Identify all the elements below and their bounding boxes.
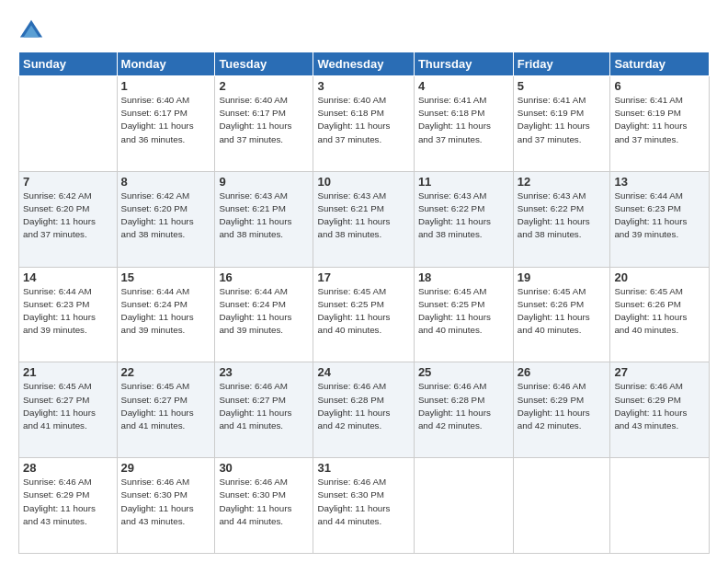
- day-info: Sunrise: 6:42 AM Sunset: 6:20 PM Dayligh…: [23, 190, 113, 242]
- calendar-cell: 4Sunrise: 6:41 AM Sunset: 6:18 PM Daylig…: [414, 76, 513, 172]
- day-info: Sunrise: 6:46 AM Sunset: 6:29 PM Dayligh…: [518, 380, 607, 432]
- calendar-cell: 23Sunrise: 6:46 AM Sunset: 6:27 PM Dayli…: [215, 362, 313, 458]
- day-number: 2: [219, 79, 309, 93]
- day-number: 28: [23, 461, 113, 475]
- day-info: Sunrise: 6:46 AM Sunset: 6:29 PM Dayligh…: [614, 380, 705, 432]
- day-number: 9: [219, 175, 309, 189]
- calendar-cell: 19Sunrise: 6:45 AM Sunset: 6:26 PM Dayli…: [513, 267, 610, 362]
- week-row-3: 14Sunrise: 6:44 AM Sunset: 6:23 PM Dayli…: [19, 267, 710, 362]
- weekday-header-wednesday: Wednesday: [313, 52, 414, 76]
- day-number: 21: [23, 365, 113, 379]
- calendar-cell: 5Sunrise: 6:41 AM Sunset: 6:19 PM Daylig…: [513, 76, 610, 172]
- weekday-header-monday: Monday: [117, 52, 215, 76]
- calendar-cell: [19, 76, 118, 172]
- day-number: 11: [418, 175, 509, 189]
- calendar-cell: [610, 458, 710, 554]
- calendar-cell: 26Sunrise: 6:46 AM Sunset: 6:29 PM Dayli…: [513, 362, 610, 458]
- day-info: Sunrise: 6:41 AM Sunset: 6:19 PM Dayligh…: [518, 94, 607, 146]
- day-number: 26: [518, 365, 607, 379]
- day-number: 25: [418, 365, 509, 379]
- calendar-cell: 9Sunrise: 6:43 AM Sunset: 6:21 PM Daylig…: [215, 171, 313, 267]
- calendar-cell: 29Sunrise: 6:46 AM Sunset: 6:30 PM Dayli…: [117, 458, 215, 554]
- calendar-cell: 7Sunrise: 6:42 AM Sunset: 6:20 PM Daylig…: [19, 171, 118, 267]
- week-row-5: 28Sunrise: 6:46 AM Sunset: 6:29 PM Dayli…: [19, 458, 710, 554]
- weekday-header-thursday: Thursday: [414, 52, 513, 76]
- calendar-cell: 3Sunrise: 6:40 AM Sunset: 6:18 PM Daylig…: [313, 76, 414, 172]
- day-info: Sunrise: 6:46 AM Sunset: 6:27 PM Dayligh…: [219, 380, 309, 432]
- weekday-header-row: SundayMondayTuesdayWednesdayThursdayFrid…: [19, 52, 710, 76]
- calendar-cell: 13Sunrise: 6:44 AM Sunset: 6:23 PM Dayli…: [610, 171, 710, 267]
- calendar-cell: 18Sunrise: 6:45 AM Sunset: 6:25 PM Dayli…: [414, 267, 513, 362]
- day-number: 14: [23, 270, 113, 284]
- weekday-header-friday: Friday: [513, 52, 610, 76]
- calendar-cell: 8Sunrise: 6:42 AM Sunset: 6:20 PM Daylig…: [117, 171, 215, 267]
- day-info: Sunrise: 6:44 AM Sunset: 6:24 PM Dayligh…: [121, 285, 211, 338]
- day-number: 24: [317, 365, 409, 379]
- calendar-cell: 20Sunrise: 6:45 AM Sunset: 6:26 PM Dayli…: [610, 267, 710, 362]
- day-info: Sunrise: 6:41 AM Sunset: 6:18 PM Dayligh…: [418, 94, 509, 146]
- day-info: Sunrise: 6:40 AM Sunset: 6:17 PM Dayligh…: [219, 94, 309, 146]
- day-info: Sunrise: 6:46 AM Sunset: 6:30 PM Dayligh…: [121, 476, 211, 528]
- calendar-cell: 1Sunrise: 6:40 AM Sunset: 6:17 PM Daylig…: [117, 76, 215, 172]
- day-number: 16: [219, 270, 309, 284]
- day-number: 7: [23, 175, 113, 189]
- day-number: 5: [518, 79, 607, 93]
- calendar-cell: 16Sunrise: 6:44 AM Sunset: 6:24 PM Dayli…: [215, 267, 313, 362]
- calendar-cell: 17Sunrise: 6:45 AM Sunset: 6:25 PM Dayli…: [313, 267, 414, 362]
- day-number: 19: [518, 270, 607, 284]
- calendar: SundayMondayTuesdayWednesdayThursdayFrid…: [18, 52, 710, 554]
- day-number: 18: [418, 270, 509, 284]
- calendar-cell: 24Sunrise: 6:46 AM Sunset: 6:28 PM Dayli…: [313, 362, 414, 458]
- calendar-cell: 10Sunrise: 6:43 AM Sunset: 6:21 PM Dayli…: [313, 171, 414, 267]
- day-number: 22: [121, 365, 211, 379]
- day-number: 8: [121, 175, 211, 189]
- day-info: Sunrise: 6:46 AM Sunset: 6:30 PM Dayligh…: [219, 476, 309, 528]
- calendar-cell: 2Sunrise: 6:40 AM Sunset: 6:17 PM Daylig…: [215, 76, 313, 172]
- page: SundayMondayTuesdayWednesdayThursdayFrid…: [0, 0, 728, 563]
- weekday-header-tuesday: Tuesday: [215, 52, 313, 76]
- day-info: Sunrise: 6:46 AM Sunset: 6:29 PM Dayligh…: [23, 476, 113, 528]
- day-info: Sunrise: 6:44 AM Sunset: 6:23 PM Dayligh…: [23, 285, 113, 338]
- calendar-cell: 6Sunrise: 6:41 AM Sunset: 6:19 PM Daylig…: [610, 76, 710, 172]
- day-number: 27: [614, 365, 705, 379]
- weekday-header-saturday: Saturday: [610, 52, 710, 76]
- logo-icon: [18, 18, 44, 44]
- day-info: Sunrise: 6:40 AM Sunset: 6:18 PM Dayligh…: [317, 94, 409, 146]
- day-number: 23: [219, 365, 309, 379]
- calendar-cell: [513, 458, 610, 554]
- weekday-header-sunday: Sunday: [19, 52, 118, 76]
- calendar-cell: 31Sunrise: 6:46 AM Sunset: 6:30 PM Dayli…: [313, 458, 414, 554]
- calendar-cell: 11Sunrise: 6:43 AM Sunset: 6:22 PM Dayli…: [414, 171, 513, 267]
- day-number: 10: [317, 175, 409, 189]
- day-number: 12: [518, 175, 607, 189]
- day-info: Sunrise: 6:45 AM Sunset: 6:25 PM Dayligh…: [317, 285, 409, 338]
- day-info: Sunrise: 6:42 AM Sunset: 6:20 PM Dayligh…: [121, 190, 211, 242]
- day-number: 3: [317, 79, 409, 93]
- calendar-cell: 21Sunrise: 6:45 AM Sunset: 6:27 PM Dayli…: [19, 362, 118, 458]
- day-info: Sunrise: 6:40 AM Sunset: 6:17 PM Dayligh…: [121, 94, 211, 146]
- calendar-cell: [414, 458, 513, 554]
- day-info: Sunrise: 6:46 AM Sunset: 6:28 PM Dayligh…: [317, 380, 409, 432]
- day-info: Sunrise: 6:45 AM Sunset: 6:26 PM Dayligh…: [614, 285, 705, 338]
- calendar-cell: 14Sunrise: 6:44 AM Sunset: 6:23 PM Dayli…: [19, 267, 118, 362]
- day-number: 29: [121, 461, 211, 475]
- day-info: Sunrise: 6:46 AM Sunset: 6:30 PM Dayligh…: [317, 476, 409, 528]
- week-row-1: 1Sunrise: 6:40 AM Sunset: 6:17 PM Daylig…: [19, 76, 710, 172]
- day-info: Sunrise: 6:41 AM Sunset: 6:19 PM Dayligh…: [614, 94, 705, 146]
- day-number: 1: [121, 79, 211, 93]
- header: [18, 17, 710, 44]
- calendar-cell: 30Sunrise: 6:46 AM Sunset: 6:30 PM Dayli…: [215, 458, 313, 554]
- day-number: 15: [121, 270, 211, 284]
- calendar-cell: 15Sunrise: 6:44 AM Sunset: 6:24 PM Dayli…: [117, 267, 215, 362]
- day-number: 31: [317, 461, 409, 475]
- day-info: Sunrise: 6:44 AM Sunset: 6:24 PM Dayligh…: [219, 285, 309, 338]
- day-info: Sunrise: 6:43 AM Sunset: 6:21 PM Dayligh…: [317, 190, 409, 242]
- calendar-cell: 27Sunrise: 6:46 AM Sunset: 6:29 PM Dayli…: [610, 362, 710, 458]
- day-number: 4: [418, 79, 509, 93]
- day-number: 17: [317, 270, 409, 284]
- day-info: Sunrise: 6:46 AM Sunset: 6:28 PM Dayligh…: [418, 380, 509, 432]
- day-info: Sunrise: 6:44 AM Sunset: 6:23 PM Dayligh…: [614, 190, 705, 242]
- day-info: Sunrise: 6:45 AM Sunset: 6:25 PM Dayligh…: [418, 285, 509, 338]
- calendar-cell: 25Sunrise: 6:46 AM Sunset: 6:28 PM Dayli…: [414, 362, 513, 458]
- day-info: Sunrise: 6:45 AM Sunset: 6:27 PM Dayligh…: [121, 380, 211, 432]
